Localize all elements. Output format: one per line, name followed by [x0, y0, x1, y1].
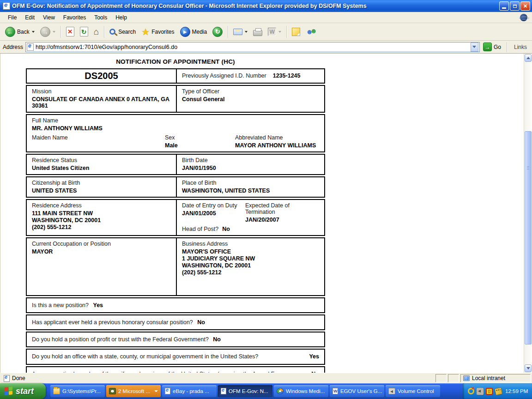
question-retired-uniformed-services: Are you a retired member of the uniforme…	[26, 366, 325, 373]
favorites-button[interactable]: ★ Favorites	[139, 26, 176, 38]
question-answer: Yes	[93, 302, 103, 308]
history-button[interactable]: ↻	[210, 25, 225, 38]
task-group-microsoft[interactable]: 2 Microsoft ...	[106, 385, 161, 397]
search-button[interactable]: Search	[107, 27, 138, 36]
stop-button[interactable]: ✕	[64, 25, 77, 38]
links-separator	[507, 42, 507, 52]
task-ie-ofm-egov[interactable]: OFM E-Gov: N...	[218, 385, 272, 397]
home-button[interactable]: ⌂	[91, 26, 101, 37]
print-icon	[253, 30, 262, 36]
maiden-name-label: Maiden Name	[32, 134, 165, 141]
task-ie-ebay[interactable]: eBay - prada ...	[162, 385, 217, 397]
menu-edit[interactable]: Edit	[21, 13, 39, 22]
media-button[interactable]: ▶ Media	[178, 25, 210, 38]
address-label: Address	[3, 44, 23, 50]
residence-status-label: Residence Status	[32, 157, 171, 163]
minimize-button[interactable]	[499, 1, 509, 11]
menu-file[interactable]: File	[4, 13, 21, 22]
menu-favorites[interactable]: Favorites	[59, 13, 90, 22]
question-text: Do you hold a position of profit or trus…	[32, 336, 209, 343]
search-icon	[109, 29, 115, 35]
mail-dropdown-icon[interactable]	[245, 31, 248, 33]
search-label: Search	[118, 29, 136, 35]
back-label: Back	[17, 29, 30, 35]
start-button[interactable]: start	[0, 383, 46, 399]
app-group-icon	[109, 388, 116, 394]
toolbar-separator	[286, 26, 287, 38]
head-of-post-value: No	[222, 226, 230, 232]
toolbar-separator	[228, 26, 228, 38]
scroll-down-button[interactable]	[525, 364, 532, 372]
type-of-officer-label: Type of Officer	[182, 88, 319, 95]
pc-card-icon[interactable]	[495, 387, 503, 395]
back-button[interactable]: ← Back	[3, 25, 37, 38]
previously-assigned-value: 1235-1245	[273, 73, 301, 79]
restore-button[interactable]	[510, 1, 520, 11]
question-text: Are you a retired member of the uniforme…	[32, 370, 296, 373]
menu-help[interactable]: Help	[111, 13, 131, 22]
ie-throbber-icon	[520, 14, 527, 21]
business-address-line1: MAYOR'S OFFICE	[182, 248, 319, 255]
question-answer: No	[213, 336, 221, 343]
task-windows-media[interactable]: Windows Medi...	[274, 385, 328, 397]
refresh-button[interactable]: ↻	[78, 25, 91, 38]
occupation-row: Current Occupation or Position MAYOR Bus…	[26, 237, 325, 296]
scrollbar-thumb[interactable]	[525, 131, 532, 345]
close-button[interactable]: ✕	[520, 1, 530, 11]
smartcard-icon[interactable]	[486, 388, 493, 395]
edit-with-word-button[interactable]: W	[266, 26, 284, 37]
residence-address-label: Residence Address	[32, 202, 171, 209]
menu-view[interactable]: View	[39, 13, 59, 22]
favorites-label: Favorites	[151, 29, 174, 35]
business-address-line4: (202) 555-1212	[182, 269, 319, 276]
go-button[interactable]: → Go	[482, 42, 503, 52]
scroll-up-button[interactable]	[525, 54, 532, 62]
menu-tools[interactable]: Tools	[90, 13, 111, 22]
status-bar: Done Local intranet	[0, 373, 532, 383]
media-icon: ▶	[180, 27, 190, 37]
ie-page-icon	[165, 388, 170, 394]
address-input[interactable]: http://ofmsntsorw1:7010/eGov/app/honorar…	[25, 42, 480, 52]
network-key-icon[interactable]	[467, 388, 474, 395]
back-dropdown-icon[interactable]	[32, 31, 35, 33]
previously-assigned-label: Previously Assigned I.D. Number	[182, 73, 266, 79]
discuss-button[interactable]	[290, 26, 302, 37]
security-zone-icon	[463, 375, 470, 381]
ie-document-icon	[3, 2, 10, 10]
question-previous-position: Has applicant ever held a previous honor…	[26, 314, 325, 330]
word-icon: W	[268, 28, 276, 36]
residence-address-line2: WASHINGTON, DC 20001	[32, 217, 171, 224]
taskbar-clock: 12:59 PM	[505, 388, 528, 394]
mail-button[interactable]	[231, 27, 250, 36]
business-address-label: Business Address	[182, 241, 319, 247]
forward-button[interactable]: →	[38, 25, 58, 38]
address-dropdown-button[interactable]	[471, 42, 478, 52]
abbreviated-name-label: Abbreviated Name	[235, 134, 319, 141]
print-button[interactable]	[251, 26, 265, 37]
messenger-icon: ☻☻	[306, 27, 316, 36]
volume-icon	[388, 388, 395, 394]
task-volume-control[interactable]: Volume Control	[386, 385, 440, 397]
tray-volume-icon[interactable]	[477, 388, 484, 395]
address-url[interactable]: http://ofmsntsorw1:7010/eGov/app/honorar…	[36, 44, 469, 50]
task-label: eBay - prada ...	[173, 388, 209, 394]
stop-icon: ✕	[66, 27, 74, 36]
abbreviated-name-value: MAYOR ANTHONY WILLIAMS	[235, 142, 319, 149]
links-toolbar[interactable]: Links	[510, 44, 531, 50]
vertical-scrollbar[interactable]	[524, 54, 532, 373]
residence-address-line3: (202) 555-1212	[32, 224, 171, 230]
messenger-button[interactable]: ☻☻	[303, 26, 318, 38]
status-pane-empty	[435, 374, 447, 382]
task-egov-users-guide[interactable]: EGOV User's G...	[330, 385, 384, 397]
residence-status-value: United States Citizen	[32, 165, 171, 171]
browser-window: OFM E-Gov: Notification of Appointment o…	[0, 0, 532, 399]
task-explorer-systems[interactable]: G:\Systems\Pr...	[50, 385, 105, 397]
window-title: OFM E-Gov: Notification of Appointment o…	[12, 3, 498, 9]
windows-logo-icon	[5, 387, 13, 396]
system-tray: 12:59 PM	[463, 383, 532, 399]
address-bar: Address http://ofmsntsorw1:7010/eGov/app…	[0, 41, 532, 54]
question-answer: Yes	[309, 352, 319, 361]
go-label: Go	[494, 44, 501, 50]
head-of-post-label: Head of Post?	[182, 226, 218, 232]
mission-label: Mission	[32, 88, 171, 95]
